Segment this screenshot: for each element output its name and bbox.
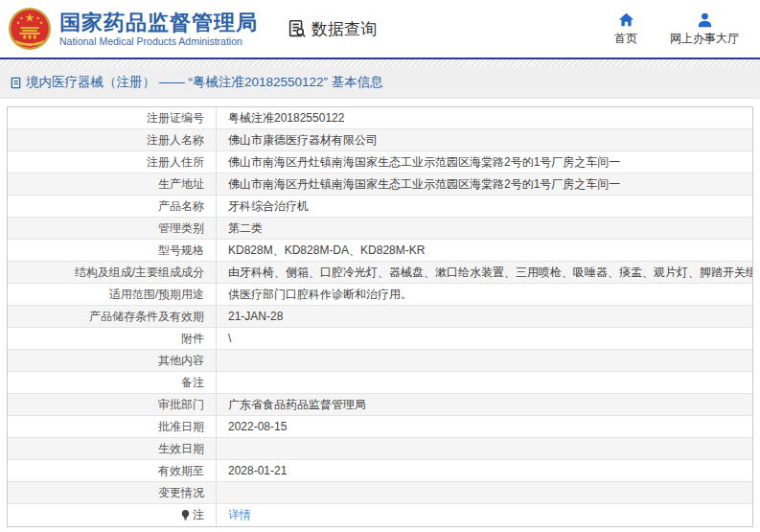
- table-row: 型号规格 KD828M、KD828M-DA、KD828M-KR: [8, 240, 752, 262]
- field-label-text: 适用范围/预期用途: [109, 287, 204, 303]
- table-row: 批准日期 2022-08-15: [8, 416, 752, 438]
- table-row: 结构及组成/主要组成成分 由牙科椅、侧箱、口腔冷光灯、器械盘、漱口给水装置、三用…: [8, 262, 752, 284]
- field-label-text: 审批部门: [158, 397, 204, 413]
- table-row: 产品名称 牙科综合治疗机: [8, 196, 752, 218]
- field-value: 粤械注准20182550122: [217, 107, 752, 128]
- field-value-text: 佛山市南海区丹灶镇南海国家生态工业示范园区海棠路2号的1号厂房之车间一: [228, 176, 620, 193]
- registration-detail-table: 注册证编号 粤械注准20182550122 注册人名称 佛山市康德医疗器材有限公…: [7, 106, 753, 527]
- agency-title: 国家药品监督管理局: [59, 11, 258, 35]
- field-label-text: 生效日期: [158, 441, 204, 457]
- field-label: 产品名称: [8, 196, 217, 217]
- agency-brand: 国家药品监督管理局 National Medical Products Admi…: [8, 7, 258, 51]
- national-emblem-logo: [8, 7, 52, 51]
- field-value-text: 由牙科椅、侧箱、口腔冷光灯、器械盘、漱口给水装置、三用喷枪、吸唾器、痰盂、观片灯…: [228, 265, 752, 281]
- field-label-text: 附件: [181, 331, 204, 347]
- field-value: 牙科综合治疗机: [217, 196, 752, 217]
- field-label-text: 型号规格: [158, 243, 204, 259]
- table-row: 生产地址 佛山市南海区丹灶镇南海国家生态工业示范园区海棠路2号的1号厂房之车间一: [8, 173, 752, 196]
- field-value-text: 佛山市康德医疗器材有限公司: [228, 132, 378, 149]
- page-title-bar: 境内医疗器械（注册） —— “粤械注准20182550122” 基本信息: [0, 67, 760, 99]
- field-label-text: 其他内容: [158, 353, 204, 369]
- field-label: 变更情况: [8, 482, 217, 503]
- field-label: 批准日期: [8, 416, 217, 437]
- field-value: [217, 350, 752, 371]
- field-label-text: 变更情况: [158, 485, 204, 501]
- table-row: 管理类别 第二类: [8, 218, 752, 240]
- field-value: 佛山市南海区丹灶镇南海国家生态工业示范园区海棠路2号的1号厂房之车间一: [217, 151, 752, 173]
- table-row: 其他内容: [8, 350, 752, 372]
- document-search-icon: [287, 18, 308, 39]
- table-row: 注册证编号 粤械注准20182550122: [8, 107, 752, 129]
- data-query-tab[interactable]: 数据查询: [287, 18, 377, 40]
- field-value: 佛山市康德医疗器材有限公司: [217, 129, 752, 150]
- table-row: 注 详情: [8, 504, 752, 526]
- table-row: 注册人住所 佛山市南海区丹灶镇南海国家生态工业示范园区海棠路2号的1号厂房之车间…: [8, 151, 752, 173]
- home-icon: [618, 12, 634, 28]
- field-label: 注册证编号: [8, 107, 217, 128]
- field-value: 第二类: [217, 218, 752, 239]
- field-value: 供医疗部门口腔科作诊断和治疗用。: [217, 284, 752, 305]
- field-label: 备注: [8, 372, 217, 393]
- field-label: 管理类别: [8, 218, 217, 239]
- field-value: 由牙科椅、侧箱、口腔冷光灯、器械盘、漱口给水装置、三用喷枪、吸唾器、痰盂、观片灯…: [217, 262, 752, 283]
- field-value-text: 供医疗部门口腔科作诊断和治疗用。: [228, 287, 412, 303]
- nav-service-hall-label: 网上办事大厅: [670, 31, 739, 47]
- field-label: 型号规格: [8, 240, 217, 261]
- field-value: 佛山市南海区丹灶镇南海国家生态工业示范园区海棠路2号的1号厂房之车间一: [217, 173, 752, 195]
- field-value: KD828M、KD828M-DA、KD828M-KR: [217, 240, 752, 261]
- field-value: [217, 372, 752, 393]
- field-value: 详情: [217, 504, 752, 526]
- field-value-text: 牙科综合治疗机: [228, 198, 309, 215]
- field-value-text: 佛山市南海区丹灶镇南海国家生态工业示范园区海棠路2号的1号厂房之车间一: [228, 154, 620, 171]
- field-label-text: 结构及组成/主要组成成分: [75, 265, 204, 281]
- field-label: 附件: [8, 328, 217, 349]
- field-label: 生效日期: [8, 438, 217, 459]
- field-label: 审批部门: [8, 394, 217, 415]
- page-icon: [10, 77, 22, 89]
- field-label-text: 管理类别: [158, 220, 204, 237]
- field-label-text: 注: [193, 507, 204, 523]
- field-label: 适用范围/预期用途: [8, 284, 217, 305]
- field-value: \: [217, 328, 752, 349]
- field-label: 其他内容: [8, 350, 217, 371]
- nav-home[interactable]: 首页: [614, 12, 637, 47]
- field-label-text: 注册人名称: [147, 132, 204, 149]
- table-row: 变更情况: [8, 482, 752, 504]
- field-label-text: 注册证编号: [147, 110, 204, 127]
- table-row: 备注: [8, 372, 752, 394]
- field-label: 生产地址: [8, 173, 217, 195]
- field-label: 注: [8, 504, 217, 526]
- table-row: 附件 \: [8, 328, 752, 350]
- field-value-text: 2022-08-15: [228, 420, 287, 433]
- page-title: 境内医疗器械（注册） —— “粤械注准20182550122” 基本信息: [26, 74, 383, 91]
- field-label: 注册人名称: [8, 129, 217, 150]
- agency-subtitle: National Medical Products Administration: [59, 35, 258, 47]
- field-label: 有效期至: [8, 460, 217, 481]
- field-label-text: 批准日期: [158, 419, 204, 435]
- field-label-text: 产品名称: [158, 198, 204, 215]
- field-value-text: 2028-01-21: [228, 464, 287, 477]
- site-header: 国家药品监督管理局 National Medical Products Admi…: [0, 0, 760, 59]
- field-label-text: 有效期至: [158, 463, 204, 479]
- details-link[interactable]: 详情: [228, 507, 251, 523]
- field-value-text: 第二类: [228, 220, 263, 237]
- table-row: 生效日期: [8, 438, 752, 460]
- table-row: 产品储存条件及有效期 21-JAN-28: [8, 306, 752, 328]
- table-row: 有效期至 2028-01-21: [8, 460, 752, 482]
- field-value: [217, 438, 752, 459]
- field-value-text: 粤械注准20182550122: [228, 110, 344, 127]
- field-value-text: KD828M、KD828M-DA、KD828M-KR: [228, 243, 425, 259]
- nav-service-hall[interactable]: 网上办事大厅: [670, 12, 739, 47]
- field-label: 产品储存条件及有效期: [8, 306, 217, 327]
- nav-home-label: 首页: [614, 31, 637, 47]
- top-nav: 首页 网上办事大厅: [614, 12, 739, 47]
- field-value: 2022-08-15: [217, 416, 752, 437]
- field-label-text: 产品储存条件及有效期: [89, 309, 204, 325]
- field-label-text: 注册人住所: [147, 154, 204, 171]
- field-value: [217, 482, 752, 503]
- field-label-text: 备注: [181, 375, 204, 391]
- table-row: 审批部门 广东省食品药品监督管理局: [8, 394, 752, 416]
- field-value: 2028-01-21: [217, 460, 752, 481]
- field-value-text: \: [228, 332, 231, 345]
- field-label: 结构及组成/主要组成成分: [8, 262, 217, 283]
